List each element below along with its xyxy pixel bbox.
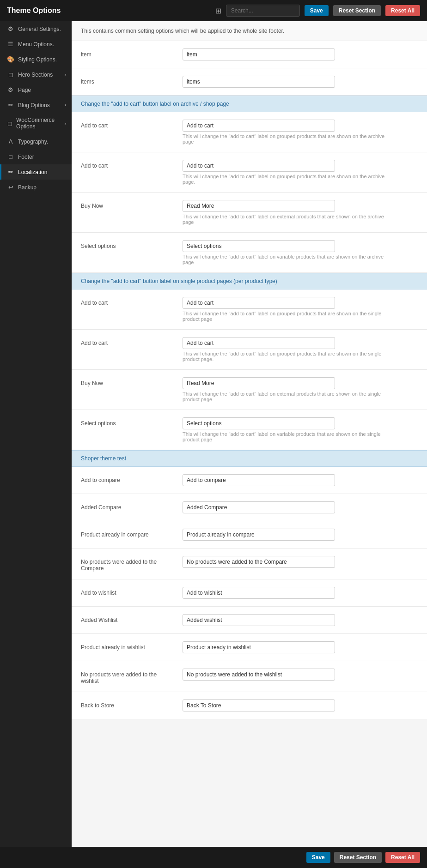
add-to-cart-1-input[interactable] [183, 120, 335, 132]
sidebar-item-typography[interactable]: A Typography. [0, 134, 72, 149]
field-row-add-to-cart-3: Add to cart This will change the "add to… [72, 289, 427, 330]
field-content-product-already-compare [183, 529, 418, 541]
field-row-no-products-compare: No products were added to the Compare [72, 549, 427, 579]
field-row-product-already-wishlist: Product already in wishlist [72, 634, 427, 661]
layout: ⚙ General Settings. ☰ Menu Options. 🎨 St… [0, 21, 427, 847]
field-content-item [183, 48, 418, 60]
sidebar: ⚙ General Settings. ☰ Menu Options. 🎨 St… [0, 21, 72, 847]
sidebar-item-localization[interactable]: ✏ Localization [0, 164, 72, 180]
section-description: This contains common setting options whi… [72, 21, 427, 41]
footer-reset-section-button[interactable]: Reset Section [334, 852, 382, 863]
add-to-compare-input[interactable] [183, 474, 335, 486]
field-row-buy-now-2: Buy Now This will change the "add to car… [72, 370, 427, 410]
field-content-select-options-1: This will change the "add to cart" label… [183, 240, 418, 265]
field-row-item: item [72, 41, 427, 68]
add-to-wishlist-input[interactable] [183, 587, 335, 599]
woocommerce-icon: ◻ [7, 120, 12, 127]
sidebar-item-general-settings[interactable]: ⚙ General Settings. [0, 21, 72, 36]
field-row-add-to-cart-4: Add to cart This will change the "add to… [72, 330, 427, 370]
sidebar-item-label: Styling Options. [18, 56, 57, 63]
menu-options-icon: ☰ [7, 41, 14, 48]
field-content-add-to-cart-3: This will change the "add to cart" label… [183, 297, 418, 322]
field-label-added-compare: Added Compare [81, 501, 173, 511]
sidebar-item-blog-options[interactable]: ✏ Blog Options › [0, 97, 72, 113]
field-row-added-compare: Added Compare [72, 494, 427, 521]
field-content-buy-now-2: This will change the "add to cart" label… [183, 377, 418, 402]
sidebar-item-footer[interactable]: □ Footer [0, 149, 72, 164]
add-to-cart-3-input[interactable] [183, 297, 335, 309]
field-label-buy-now-1: Buy Now [81, 200, 173, 209]
field-content-add-to-compare [183, 474, 418, 486]
footer-save-button[interactable]: Save [306, 852, 330, 863]
section3-header: Shoper theme test [72, 450, 427, 467]
field-label-back-to-store: Back to Store [81, 699, 173, 709]
field-row-items: items [72, 68, 427, 96]
field-row-select-options-1: Select options This will change the "add… [72, 233, 427, 273]
field-label-added-wishlist: Added Wishlist [81, 614, 173, 623]
select-options-2-input[interactable] [183, 417, 335, 429]
field-row-back-to-store: Back to Store [72, 692, 427, 719]
field-content-added-compare [183, 501, 418, 513]
field-label-add-to-wishlist: Add to wishlist [81, 587, 173, 596]
field-label-add-to-cart-1: Add to cart [81, 120, 173, 129]
general-settings-icon: ⚙ [7, 25, 14, 32]
field-row-added-wishlist: Added Wishlist [72, 607, 427, 634]
search-input[interactable] [226, 5, 300, 17]
sidebar-item-backup[interactable]: ↩ Backup [0, 180, 72, 195]
header: Theme Options ⊞ Save Reset Section Reset… [0, 0, 427, 21]
field-content-no-products-compare [183, 556, 418, 568]
header-reset-section-button[interactable]: Reset Section [333, 5, 381, 16]
sidebar-item-hero-sections[interactable]: ◻ Hero Sections › [0, 67, 72, 82]
item-input[interactable] [183, 48, 335, 60]
field-content-added-wishlist [183, 614, 418, 626]
header-save-button[interactable]: Save [305, 5, 329, 16]
field-row-add-to-wishlist: Add to wishlist [72, 579, 427, 607]
sidebar-item-label: Hero Sections [18, 72, 53, 78]
styling-options-icon: 🎨 [7, 56, 14, 63]
product-already-compare-input[interactable] [183, 529, 335, 541]
sidebar-item-woocommerce-options[interactable]: ◻ WooCommerce Options › [0, 113, 72, 134]
hero-sections-icon: ◻ [7, 71, 14, 78]
added-wishlist-input[interactable] [183, 614, 335, 626]
section1-header: Change the "add to cart" button label on… [72, 96, 427, 112]
field-row-no-products-wishlist: No products were added to the wishlist [72, 661, 427, 692]
buy-now-2-input[interactable] [183, 377, 335, 389]
items-input[interactable] [183, 76, 335, 88]
field-content-add-to-cart-2: This will change the "add to cart" label… [183, 160, 418, 185]
footer-reset-all-button[interactable]: Reset All [385, 852, 420, 863]
field-content-buy-now-1: This will change the "add to cart" label… [183, 200, 418, 225]
sidebar-item-styling-options[interactable]: 🎨 Styling Options. [0, 52, 72, 67]
page-icon: ⚙ [7, 86, 14, 93]
select-options-1-input[interactable] [183, 240, 335, 252]
add-to-cart-2-input[interactable] [183, 160, 335, 172]
field-label-add-to-compare: Add to compare [81, 474, 173, 483]
field-label-no-products-wishlist: No products were added to the wishlist [81, 669, 173, 684]
field-hint-add-to-cart-1: This will change the "add to cart" label… [183, 133, 390, 145]
field-content-items [183, 76, 418, 88]
no-products-compare-input[interactable] [183, 556, 335, 568]
field-hint-buy-now-1: This will change the "add to cart" label… [183, 214, 390, 225]
sidebar-item-menu-options[interactable]: ☰ Menu Options. [0, 36, 72, 52]
field-hint-select-options-1: This will change the "add to cart" label… [183, 254, 390, 265]
sidebar-item-page[interactable]: ⚙ Page [0, 82, 72, 97]
field-label-add-to-cart-4: Add to cart [81, 337, 173, 346]
added-compare-input[interactable] [183, 501, 335, 513]
field-hint-add-to-cart-2: This will change the "add to cart" label… [183, 174, 390, 185]
grid-icon[interactable]: ⊞ [215, 6, 221, 15]
field-label-select-options-2: Select options [81, 417, 173, 427]
typography-icon: A [7, 138, 14, 145]
product-already-wishlist-input[interactable] [183, 641, 335, 653]
no-products-wishlist-input[interactable] [183, 669, 335, 681]
buy-now-1-input[interactable] [183, 200, 335, 212]
field-row-product-already-compare: Product already in compare [72, 521, 427, 549]
sidebar-item-label: Footer [18, 154, 34, 160]
add-to-cart-4-input[interactable] [183, 337, 335, 349]
field-content-add-to-wishlist [183, 587, 418, 599]
back-to-store-input[interactable] [183, 699, 335, 711]
sidebar-item-label: Backup [18, 184, 37, 191]
header-reset-all-button[interactable]: Reset All [385, 5, 420, 16]
section2-header: Change the "add to cart" button label on… [72, 273, 427, 289]
field-label-item: item [81, 48, 173, 58]
field-label-items: items [81, 76, 173, 85]
field-content-product-already-wishlist [183, 641, 418, 653]
